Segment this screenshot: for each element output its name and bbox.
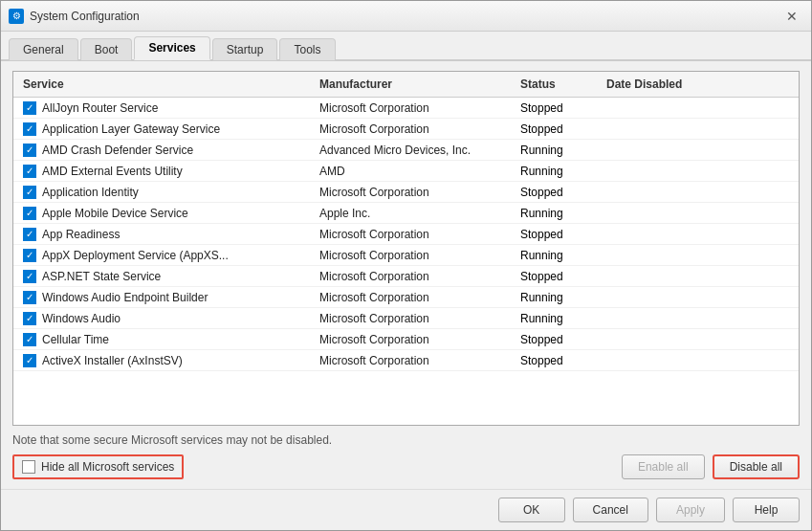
- service-name-6: App Readiness: [42, 228, 120, 241]
- ok-button[interactable]: OK: [498, 498, 565, 522]
- enable-disable-buttons: Enable all Disable all: [622, 454, 800, 479]
- date-disabled-cell-3: [603, 170, 793, 172]
- service-checkbox-8[interactable]: [23, 270, 36, 283]
- service-cell-12: ActiveX Installer (AxInstSV): [19, 353, 316, 368]
- table-row: AllJoyn Router Service Microsoft Corpora…: [13, 98, 799, 119]
- tab-services[interactable]: Services: [134, 36, 209, 60]
- manufacturer-cell-10: Microsoft Corporation: [316, 311, 516, 326]
- table-body: AllJoyn Router Service Microsoft Corpora…: [13, 98, 799, 425]
- status-cell-9: Running: [516, 290, 603, 305]
- tab-tools[interactable]: Tools: [279, 38, 335, 60]
- service-name-2: AMD Crash Defender Service: [42, 144, 193, 157]
- service-checkbox-2[interactable]: [23, 144, 36, 157]
- apply-button[interactable]: Apply: [656, 498, 725, 522]
- manufacturer-cell-7: Microsoft Corporation: [316, 248, 516, 263]
- window-title: System Configuration: [30, 10, 140, 23]
- content-area: Service Manufacturer Status Date Disable…: [1, 61, 811, 489]
- hide-microsoft-row: Hide all Microsoft services: [12, 454, 184, 479]
- date-disabled-cell-1: [603, 128, 793, 130]
- col-manufacturer: Manufacturer: [316, 76, 516, 93]
- date-disabled-cell-12: [603, 360, 793, 362]
- date-disabled-cell-5: [603, 212, 793, 214]
- service-checkbox-6[interactable]: [23, 228, 36, 241]
- service-cell-3: AMD External Events Utility: [19, 164, 316, 179]
- status-cell-10: Running: [516, 311, 603, 326]
- service-cell-10: Windows Audio: [19, 311, 316, 326]
- table-row: ActiveX Installer (AxInstSV) Microsoft C…: [13, 350, 799, 371]
- service-cell-2: AMD Crash Defender Service: [19, 143, 316, 158]
- table-row: AppX Deployment Service (AppXS... Micros…: [13, 245, 799, 266]
- services-table: Service Manufacturer Status Date Disable…: [12, 71, 800, 426]
- table-row: ASP.NET State Service Microsoft Corporat…: [13, 266, 799, 287]
- manufacturer-cell-6: Microsoft Corporation: [316, 227, 516, 242]
- service-checkbox-9[interactable]: [23, 291, 36, 304]
- date-disabled-cell-8: [603, 276, 793, 277]
- service-name-11: Cellular Time: [42, 333, 109, 346]
- table-row: Apple Mobile Device Service Apple Inc. R…: [13, 203, 799, 224]
- tab-general[interactable]: General: [9, 38, 78, 60]
- date-disabled-cell-11: [603, 339, 793, 341]
- tab-startup[interactable]: Startup: [212, 38, 278, 60]
- disable-all-button[interactable]: Disable all: [713, 454, 800, 479]
- cancel-button[interactable]: Cancel: [573, 498, 648, 522]
- service-name-3: AMD External Events Utility: [42, 165, 183, 178]
- service-name-9: Windows Audio Endpoint Builder: [42, 291, 208, 304]
- service-name-8: ASP.NET State Service: [42, 270, 161, 283]
- footer-note: Note that some secure Microsoft services…: [12, 433, 800, 447]
- table-row: Application Identity Microsoft Corporati…: [13, 182, 799, 203]
- tab-bar: General Boot Services Startup Tools: [1, 32, 811, 61]
- close-button[interactable]: ✕: [780, 5, 803, 28]
- service-checkbox-3[interactable]: [23, 165, 36, 178]
- date-disabled-cell-10: [603, 318, 793, 320]
- service-name-4: Application Identity: [42, 186, 139, 199]
- service-name-7: AppX Deployment Service (AppXS...: [42, 249, 229, 262]
- service-name-1: Application Layer Gateway Service: [42, 122, 220, 136]
- service-cell-5: Apple Mobile Device Service: [19, 206, 316, 221]
- table-row: Windows Audio Microsoft Corporation Runn…: [13, 308, 799, 329]
- status-cell-5: Running: [516, 206, 603, 221]
- footer-actions: Hide all Microsoft services Enable all D…: [12, 454, 800, 479]
- table-row: Windows Audio Endpoint Builder Microsoft…: [13, 287, 799, 308]
- service-checkbox-10[interactable]: [23, 312, 36, 325]
- enable-all-button[interactable]: Enable all: [622, 454, 705, 479]
- service-name-12: ActiveX Installer (AxInstSV): [42, 354, 183, 367]
- hide-microsoft-label: Hide all Microsoft services: [41, 460, 174, 474]
- tab-boot[interactable]: Boot: [80, 38, 133, 60]
- status-cell-7: Running: [516, 248, 603, 263]
- manufacturer-cell-12: Microsoft Corporation: [316, 353, 516, 368]
- service-checkbox-12[interactable]: [23, 354, 36, 367]
- date-disabled-cell-4: [603, 191, 793, 193]
- service-checkbox-4[interactable]: [23, 186, 36, 199]
- manufacturer-cell-8: Microsoft Corporation: [316, 269, 516, 284]
- status-cell-11: Stopped: [516, 332, 603, 347]
- service-checkbox-11[interactable]: [23, 333, 36, 346]
- manufacturer-cell-9: Microsoft Corporation: [316, 290, 516, 305]
- service-checkbox-1[interactable]: [23, 122, 36, 136]
- service-name-0: AllJoyn Router Service: [42, 101, 158, 115]
- service-cell-8: ASP.NET State Service: [19, 269, 316, 284]
- table-row: AMD External Events Utility AMD Running: [13, 161, 799, 182]
- window-icon: ⚙: [9, 9, 24, 24]
- service-name-5: Apple Mobile Device Service: [42, 207, 188, 220]
- manufacturer-cell-0: Microsoft Corporation: [316, 100, 516, 116]
- hide-microsoft-checkbox[interactable]: [22, 460, 35, 474]
- table-row: App Readiness Microsoft Corporation Stop…: [13, 224, 799, 245]
- service-checkbox-5[interactable]: [23, 207, 36, 220]
- status-cell-6: Stopped: [516, 227, 603, 242]
- status-cell-1: Stopped: [516, 122, 603, 137]
- service-cell-9: Windows Audio Endpoint Builder: [19, 290, 316, 305]
- service-checkbox-0[interactable]: [23, 101, 36, 115]
- manufacturer-cell-2: Advanced Micro Devices, Inc.: [316, 143, 516, 158]
- col-service: Service: [19, 76, 316, 93]
- service-checkbox-7[interactable]: [23, 249, 36, 262]
- service-cell-7: AppX Deployment Service (AppXS...: [19, 248, 316, 263]
- status-cell-12: Stopped: [516, 353, 603, 368]
- manufacturer-cell-1: Microsoft Corporation: [316, 122, 516, 137]
- table-row: Application Layer Gateway Service Micros…: [13, 119, 799, 140]
- table-header: Service Manufacturer Status Date Disable…: [13, 72, 799, 98]
- manufacturer-cell-3: AMD: [316, 164, 516, 179]
- title-bar: ⚙ System Configuration ✕: [1, 1, 811, 32]
- status-cell-2: Running: [516, 143, 603, 158]
- help-button[interactable]: Help: [733, 498, 800, 522]
- service-cell-11: Cellular Time: [19, 332, 316, 347]
